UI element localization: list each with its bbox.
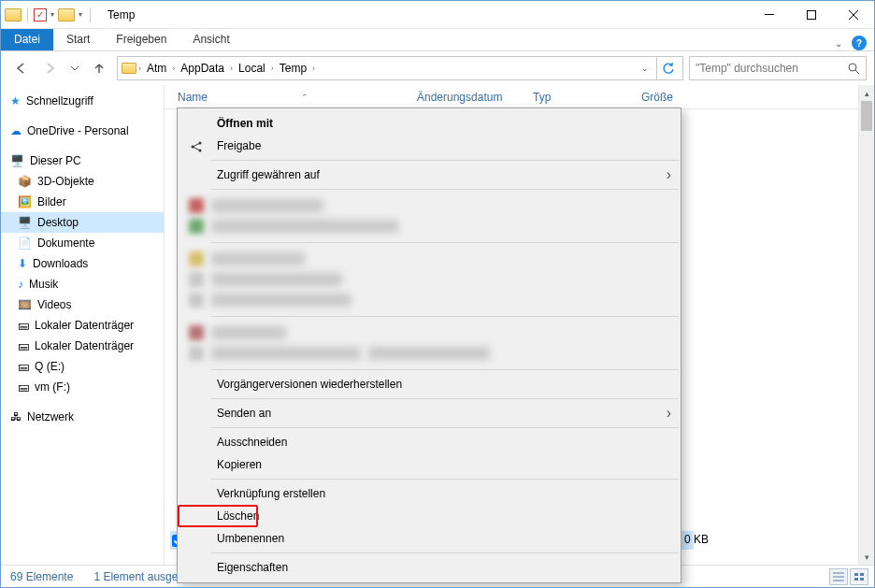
details-view-button[interactable] [829,568,848,585]
column-header-type[interactable]: Typ [525,91,634,104]
svg-rect-6 [854,573,858,576]
svg-rect-8 [854,578,858,581]
breadcrumb-item[interactable]: Temp [276,62,310,75]
menu-send-to[interactable]: Senden an› [178,402,681,424]
chevron-down-icon[interactable]: ▾ [49,10,56,19]
sidebar-item-label: Netzwerk [27,410,74,423]
breadcrumb[interactable]: › Atm › AppData › Local › Temp › ⌄ [117,56,683,80]
scroll-down-icon[interactable]: ▾ [859,549,874,565]
maximize-button[interactable] [790,1,832,28]
menu-open-with[interactable]: Öffnen mit [178,112,681,135]
tab-share[interactable]: Freigeben [103,29,179,50]
folder-icon [5,8,22,22]
help-icon[interactable]: ? [852,36,867,50]
menu-rename[interactable]: Umbenennen [178,527,681,550]
titlebar: ✓ ▾ ▾ Temp [1,1,874,29]
sidebar-item-disk[interactable]: 🖴Lokaler Datenträger [1,315,164,336]
menu-cut[interactable]: Ausschneiden [178,431,681,453]
sidebar-item-disk[interactable]: 🖴Lokaler Datenträger [1,336,164,356]
breadcrumb-item[interactable]: Local [235,62,269,75]
column-header-size[interactable]: Größe [634,91,690,104]
tab-view[interactable]: Ansicht [179,29,242,50]
chevron-right-icon[interactable]: › [230,64,233,73]
back-button[interactable] [8,56,33,80]
sidebar-item-videos[interactable]: 🎞️Videos [1,294,164,315]
menu-grant-access[interactable]: Zugriff gewähren auf› [178,164,681,186]
sidebar-network[interactable]: 🖧 Netzwerk [1,407,164,427]
tab-file[interactable]: Datei [1,29,53,50]
menu-separator [211,479,679,480]
chevron-right-icon[interactable]: › [172,64,175,73]
tab-start[interactable]: Start [53,29,103,50]
menu-copy[interactable]: Kopieren [178,453,681,476]
column-label: Name [178,91,208,104]
svg-point-2 [849,64,856,71]
sidebar-item-documents[interactable]: 📄Dokumente [1,233,164,253]
vertical-scrollbar[interactable]: ▴ ▾ [858,85,874,565]
sidebar-this-pc[interactable]: 🖥️ Dieser PC [1,151,164,171]
sidebar-item-desktop[interactable]: 🖥️Desktop [1,212,164,233]
recent-locations-button[interactable] [68,56,81,80]
svg-point-3 [191,145,194,148]
menu-label: Eigenschaften [217,561,288,574]
scroll-up-icon[interactable]: ▴ [859,85,874,101]
qat-checkbox-icon[interactable]: ✓ [34,8,47,22]
column-header-date[interactable]: Änderungsdatum [409,91,525,104]
sidebar-item-pictures[interactable]: 🖼️Bilder [1,192,164,212]
search-input[interactable]: "Temp" durchsuchen [689,56,867,80]
desktop-icon: 🖥️ [18,216,32,229]
sidebar-item-drive-f[interactable]: 🖴vm (F:) [1,377,164,397]
menu-label: Senden an [217,407,271,420]
menu-properties[interactable]: Eigenschaften [178,556,681,579]
sidebar-item-drive-e[interactable]: 🖴Q (E:) [1,356,164,377]
file-size: 0 KB [684,533,709,546]
menu-restore-versions[interactable]: Vorgängerversionen wiederherstellen [178,373,681,395]
expand-ribbon-icon[interactable]: ⌄ [835,38,842,49]
scrollbar-thumb[interactable] [861,101,872,131]
history-dropdown-button[interactable]: ⌄ [636,64,654,73]
chevron-down-icon[interactable]: ▾ [77,10,84,19]
menu-separator [211,316,679,317]
breadcrumb-item[interactable]: Atm [143,62,170,75]
svg-rect-1 [807,10,815,19]
sidebar-item-downloads[interactable]: ⬇Downloads [1,253,164,274]
picture-icon: 🖼️ [18,195,32,208]
up-button[interactable] [87,56,111,80]
cube-icon: 📦 [18,175,32,188]
menu-create-shortcut[interactable]: Verknüpfung erstellen [178,482,681,505]
document-icon: 📄 [18,237,32,250]
menu-label: Kopieren [217,458,262,471]
refresh-button[interactable] [656,57,679,79]
svg-rect-9 [860,578,864,581]
context-menu: Öffnen mit Freigabe Zugriff gewähren auf… [177,108,681,583]
sidebar-item-label: 3D-Objekte [37,175,94,188]
menu-delete[interactable]: Löschen [178,505,258,527]
menu-share[interactable]: Freigabe [178,135,681,157]
menu-separator [211,398,679,399]
minimize-button[interactable] [748,1,790,28]
sort-asc-icon: ⌃ [301,93,308,102]
disk-icon: 🖴 [18,319,29,332]
forward-button[interactable] [38,56,63,80]
sidebar-item-label: OneDrive - Personal [27,124,129,137]
sidebar-onedrive[interactable]: ☁ OneDrive - Personal [1,121,164,141]
breadcrumb-item[interactable]: AppData [177,62,228,75]
large-icons-view-button[interactable] [850,568,868,585]
column-header-name[interactable]: Name⌃ [170,91,409,104]
menu-separator [211,552,679,553]
sidebar-item-3d[interactable]: 📦3D-Objekte [1,171,164,192]
menu-label: Ausschneiden [217,436,287,449]
menu-separator [211,189,679,190]
search-icon [848,63,860,75]
sidebar-quick-access[interactable]: ★ Schnellzugriff [1,91,164,111]
chevron-right-icon[interactable]: › [138,64,141,73]
sidebar-item-label: Lokaler Datenträger [35,319,134,332]
sidebar-item-music[interactable]: ♪Musik [1,274,164,294]
svg-rect-0 [765,14,774,15]
chevron-right-icon[interactable]: › [271,64,274,73]
chevron-right-icon[interactable]: › [312,64,315,73]
folder-icon [58,8,75,22]
sidebar-item-label: Dieser PC [30,154,81,167]
menu-separator [211,369,679,370]
close-button[interactable] [832,1,874,28]
